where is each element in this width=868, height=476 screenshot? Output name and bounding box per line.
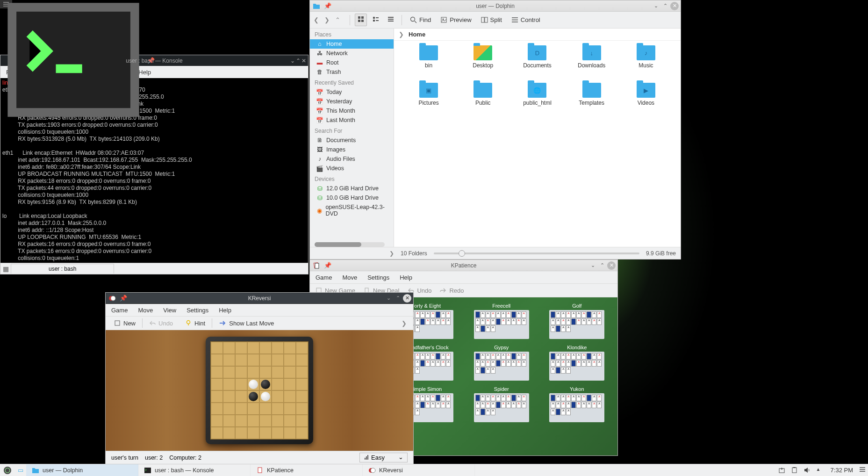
board-cell[interactable] <box>223 378 235 390</box>
start-button[interactable] <box>0 464 15 476</box>
board-cell[interactable] <box>211 390 223 403</box>
board-cell[interactable] <box>211 403 223 415</box>
pin-icon[interactable]: 📌 <box>324 262 331 269</box>
menu-game[interactable]: Game <box>316 274 332 281</box>
board-cell[interactable] <box>272 342 284 354</box>
sidebar-item-documents[interactable]: 🗎Documents <box>310 136 394 145</box>
file-item[interactable]: ▣Pictures <box>402 83 456 115</box>
maximize-button[interactable]: ⌃ <box>598 261 606 270</box>
file-item[interactable]: ♪Music <box>619 45 673 78</box>
board-cell[interactable] <box>272 354 284 366</box>
show-last-move-button[interactable]: Show Last Move <box>213 318 280 328</box>
konsole-titlebar[interactable]: 📌 user : bash — Konsole ⌄ ⌃ ✕ <box>0 55 308 66</box>
board-cell[interactable] <box>296 415 308 427</box>
menu-move[interactable]: Move <box>342 274 357 281</box>
board-cell[interactable] <box>259 390 272 403</box>
board-cell[interactable] <box>211 366 223 378</box>
board-cell[interactable] <box>296 403 308 415</box>
board-cell[interactable] <box>211 415 223 427</box>
file-item[interactable]: Desktop <box>456 45 510 78</box>
board-cell[interactable] <box>247 403 259 415</box>
sidebar-item-drive1[interactable]: ⛁12.0 GiB Hard Drive <box>310 184 394 193</box>
file-item[interactable]: Templates <box>565 83 619 115</box>
sidebar-item-yesterday[interactable]: 📅Yesterday <box>310 97 394 106</box>
board-cell[interactable] <box>211 427 223 439</box>
board-cell[interactable] <box>247 378 259 390</box>
board-cell[interactable] <box>223 342 235 354</box>
control-button[interactable]: Control <box>508 15 544 25</box>
minimize-button[interactable]: ⌄ <box>290 58 295 64</box>
sidebar-item-images[interactable]: 🖼Images <box>310 145 394 154</box>
sidebar-item-dvd[interactable]: ◉openSUSE-Leap-42.3-DVD <box>310 202 394 218</box>
sidebar-item-lastmonth[interactable]: 📅Last Month <box>310 115 394 125</box>
board-cell[interactable] <box>272 366 284 378</box>
sidebar-item-trash[interactable]: 🗑Trash <box>310 67 394 77</box>
board-cell[interactable] <box>259 415 272 427</box>
sidebar-item-audio[interactable]: ♪Audio Files <box>310 154 394 164</box>
menu-settings[interactable]: Settings <box>187 307 208 314</box>
board-cell[interactable] <box>247 390 259 403</box>
board-cell[interactable] <box>284 415 296 427</box>
file-item[interactable]: DDocuments <box>510 45 564 78</box>
back-button[interactable]: ❮ <box>314 16 319 23</box>
minimize-button[interactable]: ⌄ <box>384 294 393 303</box>
new-button[interactable]: New <box>108 318 141 328</box>
close-button[interactable]: ✕ <box>670 2 679 10</box>
menu-help[interactable]: Help <box>400 274 412 281</box>
breadcrumb-segment[interactable]: Home <box>409 31 425 38</box>
clipboard-icon[interactable] <box>791 467 798 474</box>
board-cell[interactable] <box>211 342 223 354</box>
game-tile[interactable]: GolfAAAAAAAAAAAAAAAAAAAA <box>542 303 612 339</box>
file-item[interactable]: 🌐public_html <box>510 83 564 115</box>
pin-icon[interactable]: 📌 <box>324 2 331 9</box>
close-button[interactable]: ✕ <box>301 58 306 64</box>
new-tab-button[interactable]: ▦ <box>0 265 11 273</box>
file-item[interactable]: bin <box>402 45 456 78</box>
board-cell[interactable] <box>272 390 284 403</box>
menu-help[interactable]: Help <box>219 307 231 314</box>
pin-icon[interactable]: 📌 <box>147 57 155 64</box>
undo-button[interactable]: Undo <box>143 318 179 328</box>
board-cell[interactable] <box>247 366 259 378</box>
difficulty-combo[interactable]: Easy <box>359 453 408 462</box>
board-cell[interactable] <box>223 403 235 415</box>
volume-icon[interactable] <box>803 467 811 474</box>
board-cell[interactable] <box>259 378 272 390</box>
sidebar-item-network[interactable]: 🖧Network <box>310 49 394 58</box>
show-desktop-button[interactable]: ▭ <box>15 467 26 474</box>
game-tile[interactable]: GypsyAAAAAAAAAAAAAAAAAAAA <box>466 345 537 381</box>
sidebar-item-home[interactable]: ⌂Home <box>310 39 394 49</box>
board-cell[interactable] <box>223 354 235 366</box>
redo-button[interactable]: Redo <box>440 287 464 294</box>
board-cell[interactable] <box>296 378 308 390</box>
board-cell[interactable] <box>259 427 272 439</box>
kpatience-titlebar[interactable]: 📌 KPatience ⌄ ⌃ ✕ <box>310 260 617 271</box>
board-cell[interactable] <box>235 378 247 390</box>
close-button[interactable]: ✕ <box>403 294 411 303</box>
board-cell[interactable] <box>211 378 223 390</box>
game-tile[interactable]: KlondikeAAAAAAAAAAAAAAAAAAAA <box>542 345 612 381</box>
board-cell[interactable] <box>259 354 272 366</box>
board-cell[interactable] <box>235 342 247 354</box>
board-cell[interactable] <box>284 354 296 366</box>
game-tile[interactable]: FreecellAAAAAAAAAAAAAAAAAAAA <box>466 303 537 339</box>
taskbar-task[interactable]: user : bash — Konsole <box>138 464 251 476</box>
board-cell[interactable] <box>211 354 223 366</box>
board-cell[interactable] <box>284 390 296 403</box>
board-cell[interactable] <box>296 427 308 439</box>
board-cell[interactable] <box>235 415 247 427</box>
board-cell[interactable] <box>259 342 272 354</box>
minimize-button[interactable]: ⌄ <box>588 261 597 270</box>
board-cell[interactable] <box>235 427 247 439</box>
board-cell[interactable] <box>259 403 272 415</box>
find-button[interactable]: Find <box>407 15 434 25</box>
menu-move[interactable]: Move <box>138 307 153 314</box>
board-cell[interactable] <box>223 427 235 439</box>
forward-button[interactable]: ❯ <box>324 16 330 23</box>
expand-toolbar-button[interactable]: ❯ <box>398 320 410 327</box>
board-cell[interactable] <box>223 415 235 427</box>
board-cell[interactable] <box>272 403 284 415</box>
board-cell[interactable] <box>247 427 259 439</box>
tray-expand-icon[interactable]: ▲ <box>816 467 823 474</box>
board-cell[interactable] <box>235 366 247 378</box>
